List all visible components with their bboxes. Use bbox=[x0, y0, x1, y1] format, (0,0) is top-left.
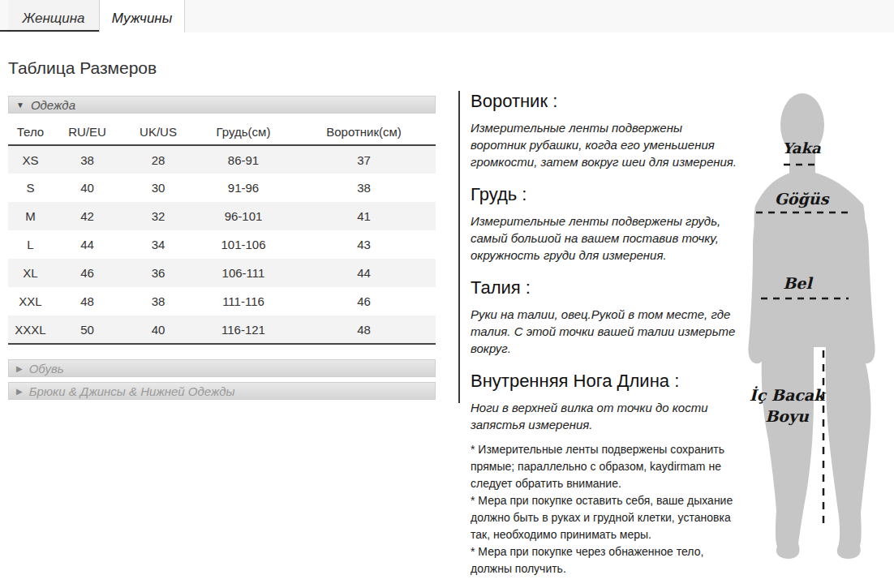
footnote: * Измерительные ленты подвержены сохрани… bbox=[471, 441, 740, 492]
cell: 116-121 bbox=[195, 315, 292, 344]
figure-label-waist: Bel bbox=[745, 274, 850, 292]
cell: 28 bbox=[122, 145, 195, 174]
instructions-column: Воротник : Измерительные ленты подвержен… bbox=[471, 91, 740, 577]
cell: 111-116 bbox=[195, 287, 292, 315]
figure-label-chest: Göğüs bbox=[745, 190, 858, 208]
cell: 48 bbox=[53, 287, 122, 315]
col-header-chest: Грудь(см) bbox=[195, 118, 292, 145]
size-guide-page: Женщина Мужчины Таблица Размеров ▼ Одежд… bbox=[0, 0, 894, 588]
figure-label-inseam-line1: İç Bacak bbox=[745, 384, 829, 406]
table-row-xxxl: XXXL 50 40 116-121 48 bbox=[8, 315, 436, 344]
cell: 38 bbox=[53, 145, 122, 174]
cell: 106-111 bbox=[195, 259, 292, 287]
tab-women[interactable]: Женщина bbox=[8, 0, 99, 32]
page-title: Таблица Размеров bbox=[8, 58, 157, 78]
cell: 41 bbox=[292, 202, 436, 230]
footnote: * Мера при покупке оставить себя, ваше д… bbox=[471, 492, 740, 543]
tab-underline bbox=[0, 30, 99, 32]
cell: 46 bbox=[53, 259, 122, 287]
table-row-s: S 40 30 91-96 38 bbox=[8, 174, 436, 202]
col-header-body: Тело bbox=[8, 118, 53, 145]
accordion-shoes-label: Обувь bbox=[29, 362, 64, 376]
chevron-down-icon: ▼ bbox=[16, 101, 24, 109]
section-heading-chest: Грудь : bbox=[471, 184, 740, 205]
chevron-right-icon: ▶ bbox=[16, 364, 23, 373]
cell: 38 bbox=[292, 174, 436, 202]
cell: 30 bbox=[122, 174, 195, 202]
chevron-right-icon: ▶ bbox=[16, 387, 23, 396]
col-header-collar: Воротник(см) bbox=[292, 118, 436, 145]
table-row-xs: XS 38 28 86-91 37 bbox=[8, 145, 436, 174]
table-row-xl: XL 46 36 106-111 44 bbox=[8, 259, 436, 287]
cell: XXXL bbox=[8, 315, 53, 344]
gender-tab-bar: Женщина Мужчины bbox=[0, 0, 894, 32]
table-row-xxl: XXL 48 38 111-116 46 bbox=[8, 287, 436, 315]
accordion-clothing-label: Одежда bbox=[31, 98, 75, 112]
cell: 48 bbox=[292, 315, 436, 344]
col-header-ru-eu: RU/EU bbox=[53, 118, 122, 145]
cell: 36 bbox=[122, 259, 195, 287]
cell: 46 bbox=[292, 287, 436, 315]
cell: 38 bbox=[122, 287, 195, 315]
cell: 42 bbox=[53, 202, 122, 230]
cell: 101-106 bbox=[195, 230, 292, 259]
size-table-header-row: Тело RU/EU UK/US Грудь(см) Воротник(см) bbox=[8, 118, 436, 145]
accordion-shoes[interactable]: ▶ Обувь bbox=[8, 359, 436, 377]
accordion-clothing[interactable]: ▼ Одежда bbox=[8, 96, 436, 114]
section-body-collar: Измерительные ленты подвержены воротник … bbox=[471, 119, 740, 170]
cell: 50 bbox=[53, 315, 122, 344]
col-header-uk-us: UK/US bbox=[122, 118, 195, 145]
section-heading-collar: Воротник : bbox=[471, 91, 740, 112]
body-measurement-figure: Yaka Göğüs Bel İç Bacak Boyu bbox=[745, 91, 884, 577]
figure-label-inseam: İç Bacak Boyu bbox=[745, 384, 829, 427]
male-silhouette-graphic bbox=[745, 91, 884, 577]
cell: M bbox=[8, 202, 53, 230]
size-table: Тело RU/EU UK/US Грудь(см) Воротник(см) … bbox=[8, 118, 436, 345]
cell: S bbox=[8, 174, 53, 202]
cell: 96-101 bbox=[195, 202, 292, 230]
section-body-inseam: Ноги в верхней вилка от точки до кости з… bbox=[471, 399, 740, 433]
cell: XL bbox=[8, 259, 53, 287]
accordion-pants-label: Брюки & Джинсы & Нижней Одежды bbox=[29, 384, 235, 398]
table-row-m: M 42 32 96-101 41 bbox=[8, 202, 436, 230]
figure-label-inseam-line2: Boyu bbox=[745, 406, 829, 427]
cell: XXL bbox=[8, 287, 53, 315]
cell: 43 bbox=[292, 230, 436, 259]
cell: L bbox=[8, 230, 53, 259]
cell: 86-91 bbox=[195, 145, 292, 174]
cell: XS bbox=[8, 145, 53, 174]
vertical-divider bbox=[458, 91, 460, 403]
section-body-waist: Руки на талии, овец.Рукой в том месте, г… bbox=[471, 306, 740, 357]
cell: 40 bbox=[53, 174, 122, 202]
size-tables-column: ▼ Одежда Тело RU/EU UK/US Грудь(см) Воро… bbox=[8, 91, 436, 400]
cell: 34 bbox=[122, 230, 195, 259]
section-heading-inseam: Внутренняя Нога Длина : bbox=[471, 371, 740, 392]
tab-men[interactable]: Мужчины bbox=[99, 0, 185, 32]
cell: 40 bbox=[122, 315, 195, 344]
cell: 32 bbox=[122, 202, 195, 230]
cell: 44 bbox=[292, 259, 436, 287]
table-row-l: L 44 34 101-106 43 bbox=[8, 230, 436, 259]
footnote: * Мера при покупке через обнаженное тело… bbox=[471, 543, 740, 577]
measurement-footnotes: * Измерительные ленты подвержены сохрани… bbox=[471, 441, 740, 577]
figure-label-neck: Yaka bbox=[745, 139, 858, 157]
section-heading-waist: Талия : bbox=[471, 277, 740, 298]
cell: 91-96 bbox=[195, 174, 292, 202]
cell: 37 bbox=[292, 145, 436, 174]
cell: 44 bbox=[53, 230, 122, 259]
accordion-pants-jeans-underwear[interactable]: ▶ Брюки & Джинсы & Нижней Одежды bbox=[8, 382, 436, 400]
section-body-chest: Измерительные ленты подвержены грудь, са… bbox=[471, 212, 740, 264]
